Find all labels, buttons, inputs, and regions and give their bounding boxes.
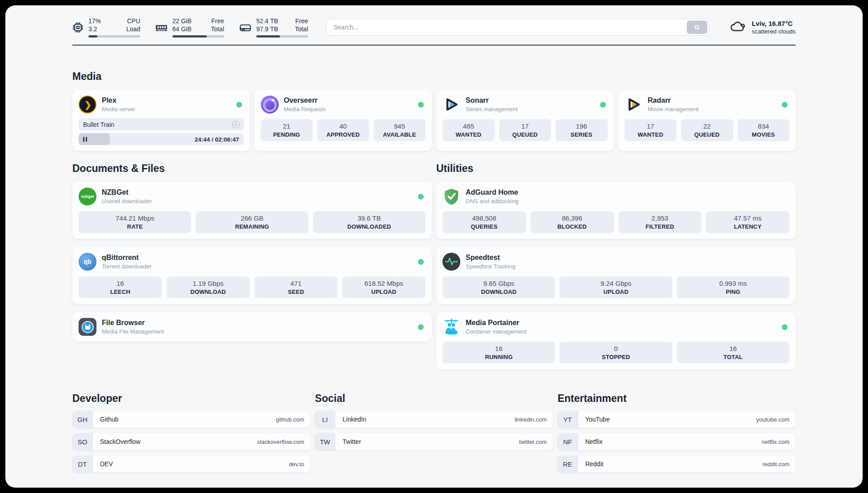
stat-box-latency: 47.57 ms LATENCY xyxy=(706,211,789,233)
nzbget-icon: nzbget xyxy=(79,188,96,205)
app-card-overseerr[interactable]: Overseerr Media Requests 21 PENDING 40 A… xyxy=(255,90,432,151)
search-engine-button[interactable]: G xyxy=(687,21,707,34)
stat-box-downloaded: 39.6 TB DOWNLOADED xyxy=(313,211,426,233)
search-bar: G xyxy=(326,19,709,36)
stat-box-series: 196 SERIES xyxy=(555,119,608,141)
portainer-icon xyxy=(442,318,460,336)
dashboard-main: Media ❯ Plex Media server Bullet Train xyxy=(5,71,863,478)
bookmark-abbr: RE xyxy=(558,455,578,472)
stat-box-approved: 40 APPROVED xyxy=(317,119,369,141)
plex-icon: ❯ xyxy=(79,96,96,113)
app-name: AdGuard Home xyxy=(466,188,519,196)
ram-free-label: Free xyxy=(211,17,224,25)
playback-progress-bar[interactable]: 24:44 / 02:06:47 xyxy=(79,133,244,145)
app-subtitle: Torrent downloader xyxy=(102,263,151,270)
app-subtitle: Movie management xyxy=(648,106,699,113)
cpu-usage-value: 17% xyxy=(88,17,101,25)
section-title-developer: Developer xyxy=(72,393,310,405)
stat-box-wanted: 485 WANTED xyxy=(442,119,495,141)
dashboard-page: 17% 3.2 CPU Load xyxy=(5,5,863,488)
stat-box-total: 16 TOTAL xyxy=(677,342,789,363)
camera-icon[interactable] xyxy=(232,121,239,128)
documents-column: Documents & Files nzbget NZBGet Usenet d… xyxy=(72,163,432,350)
status-dot xyxy=(600,102,606,108)
app-card-nzbget[interactable]: nzbget NZBGet Usenet downloader 744.21 M… xyxy=(72,182,432,239)
stat-box-rate: 744.21 Mbps RATE xyxy=(79,211,191,233)
app-subtitle: Media File Management xyxy=(102,328,164,335)
app-card-plex[interactable]: ❯ Plex Media server Bullet Train 24:44 /… xyxy=(72,90,250,151)
stat-box-wanted: 17 WANTED xyxy=(625,119,677,141)
status-dot xyxy=(236,102,242,108)
bookmark-dev[interactable]: DT DEV dev.to xyxy=(72,455,310,472)
app-card-radarr[interactable]: Radarr Movie management 17 WANTED 22 QUE… xyxy=(618,90,796,151)
stat-box-seed: 471 SEED xyxy=(255,276,338,298)
bookmark-abbr: NF xyxy=(558,433,578,450)
app-card-qbittorrent[interactable]: qb qBittorrent Torrent downloader 16 LEE… xyxy=(72,247,432,304)
app-subtitle: Media Requests xyxy=(284,106,326,113)
section-title-entertainment: Entertainment xyxy=(558,393,796,405)
app-card-portainer[interactable]: Media Portainer Container management 16 … xyxy=(436,312,796,369)
app-name: Sonarr xyxy=(466,96,517,104)
memory-stat: 22 GiB 64 GiB Free Total xyxy=(155,17,224,38)
app-subtitle: Speedtest Tracking xyxy=(466,263,515,270)
status-dot xyxy=(782,324,788,330)
bookmark-url: reddit.com xyxy=(762,461,789,468)
stat-box-filtered: 2,953 FILTERED xyxy=(618,211,702,233)
stat-box-stopped: 0 STOPPED xyxy=(559,342,672,363)
sonarr-icon xyxy=(442,96,460,113)
bookmark-abbr: LI xyxy=(315,411,335,428)
cpu-stat: 17% 3.2 CPU Load xyxy=(72,17,140,38)
disk-free-label: Free xyxy=(295,17,308,25)
status-dot xyxy=(418,194,424,200)
section-title-social: Social xyxy=(315,393,553,405)
bookmark-name: Reddit xyxy=(585,460,603,468)
bookmark-name: Netflix xyxy=(585,438,603,445)
bookmark-url: netflix.com xyxy=(762,439,789,445)
overseerr-icon xyxy=(261,96,279,113)
stat-box-movies: 834 MOVIES xyxy=(738,119,790,141)
now-playing-title: Bullet Train xyxy=(83,121,114,128)
cpu-load-label: Load xyxy=(126,25,140,33)
bookmark-name: Twitter xyxy=(342,438,361,445)
app-name: NZBGet xyxy=(102,188,152,196)
stat-box-upload: 618.52 Mbps UPLOAD xyxy=(342,276,426,298)
app-name: File Browser xyxy=(102,319,164,327)
disk-total-label: Total xyxy=(295,25,308,33)
app-subtitle: Container management xyxy=(466,328,526,335)
cpu-usage-label: CPU xyxy=(126,17,140,25)
media-card-row: ❯ Plex Media server Bullet Train 24:44 /… xyxy=(72,90,796,151)
bookmark-github[interactable]: GH Github github.com xyxy=(72,411,310,428)
bookmark-netflix[interactable]: NF Netflix netflix.com xyxy=(558,433,796,450)
search-input[interactable] xyxy=(326,19,709,36)
bookmark-abbr: TW xyxy=(315,433,335,450)
bookmark-stackoverflow[interactable]: SO StackOverflow stackoverflow.com xyxy=(72,433,310,450)
bookmark-url: stackoverflow.com xyxy=(257,439,304,445)
bookmark-twitter[interactable]: TW Twitter twitter.com xyxy=(315,433,553,450)
cpu-load-value: 3.2 xyxy=(88,25,101,33)
adguard-icon xyxy=(442,188,460,205)
app-card-speedtest[interactable]: Speedtest Speedtest Tracking 9.65 Gbps D… xyxy=(436,247,796,304)
qbittorrent-icon: qb xyxy=(79,253,96,271)
app-subtitle: Series management xyxy=(466,106,517,113)
pause-icon[interactable] xyxy=(83,137,87,142)
app-card-sonarr[interactable]: Sonarr Series management 485 WANTED 17 Q… xyxy=(436,90,614,151)
app-name: Plex xyxy=(102,96,135,104)
status-dot xyxy=(418,102,424,108)
disk-free-value: 52.4 TB xyxy=(256,17,278,25)
app-card-adguard[interactable]: AdGuard Home DNS and adblocking 498,508 … xyxy=(436,182,796,239)
top-header: 17% 3.2 CPU Load xyxy=(72,5,796,46)
bookmark-youtube[interactable]: YT YouTube youtube.com xyxy=(558,411,796,428)
disk-progress-bar xyxy=(256,35,308,38)
section-title-media: Media xyxy=(72,71,796,83)
app-subtitle: Media server xyxy=(102,106,135,113)
weather-widget: Lviv, 16.87°C scattered clouds xyxy=(730,20,796,35)
bookmark-url: youtube.com xyxy=(756,416,789,423)
stat-box-pending: 21 PENDING xyxy=(261,119,313,141)
bookmark-reddit[interactable]: RE Reddit reddit.com xyxy=(558,455,796,472)
stat-box-download: 9.65 Gbps DOWNLOAD xyxy=(442,276,555,298)
ram-free-value: 22 GiB xyxy=(172,17,192,25)
disk-icon xyxy=(239,22,251,33)
ram-total-value: 64 GiB xyxy=(172,25,192,33)
app-card-filebrowser[interactable]: File Browser Media File Management xyxy=(72,312,432,342)
bookmark-linkedin[interactable]: LI LinkedIn linkedin.com xyxy=(315,411,553,428)
